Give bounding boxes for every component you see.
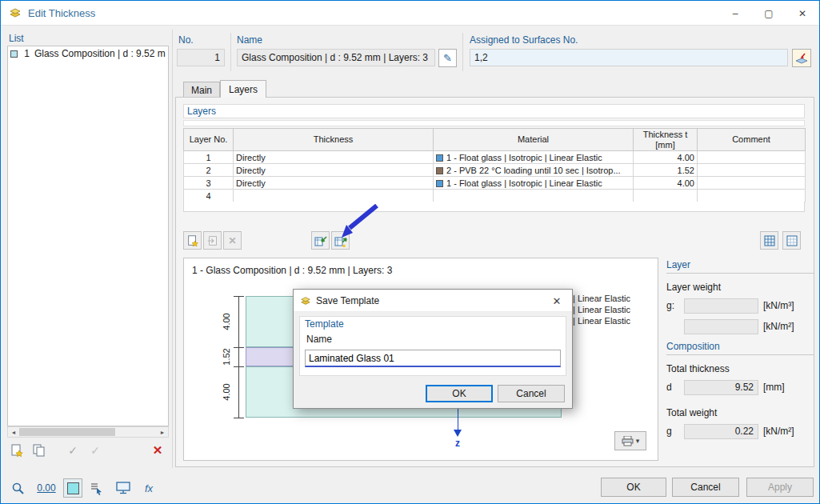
edit-name-button[interactable]: ✎: [438, 49, 457, 67]
row-number: 1: [184, 151, 234, 164]
delete-thickness-button[interactable]: ✕: [148, 441, 167, 460]
print-graphic-button[interactable]: ▾: [614, 431, 646, 450]
comment-cell[interactable]: [698, 177, 806, 190]
assigned-field[interactable]: 1,2: [470, 49, 788, 66]
layer-weight-kn-m3-field: [684, 298, 758, 314]
app-icon: [9, 6, 22, 19]
delete-layer-button: ✕: [223, 231, 242, 250]
comment-cell[interactable]: [698, 164, 806, 177]
assigned-label: Assigned to Surfaces No.: [470, 34, 578, 46]
col-header-comment: Comment: [698, 129, 806, 151]
row-number: 3: [184, 177, 234, 190]
new-layer-button[interactable]: [183, 231, 202, 250]
scroll-left-arrow[interactable]: ◄: [8, 427, 19, 437]
t-cell[interactable]: 4.00: [634, 177, 698, 190]
color-swatch-icon: [67, 482, 79, 494]
thickness-cell[interactable]: Directly: [234, 177, 434, 190]
list-label: List: [9, 33, 24, 44]
material-cell[interactable]: 1 - Float glass | Isotropic | Linear Ela…: [434, 177, 634, 190]
thickness-cell[interactable]: [234, 190, 434, 202]
select-surfaces-button[interactable]: [792, 49, 811, 67]
list-item-label: Glass Composition | d : 9.52 mm: [34, 48, 166, 59]
maximize-button[interactable]: ▢: [752, 1, 786, 26]
name-field[interactable]: Glass Composition | d : 9.52 mm | Layers…: [237, 49, 435, 66]
name-label: Name: [237, 34, 262, 46]
dim-label-top: 4.00: [222, 308, 231, 335]
save-template-dialog: Save Template ✕ Template Name OK Cancel: [293, 289, 573, 409]
modal-app-icon: [300, 295, 311, 306]
monitor-icon: [116, 482, 130, 494]
thickness-list[interactable]: 1 Glass Composition | d : 9.52 mm: [7, 46, 169, 426]
cancel-button[interactable]: Cancel: [672, 478, 739, 497]
thickness-cell[interactable]: Directly: [234, 151, 434, 164]
comment-cell[interactable]: [698, 151, 806, 164]
modal-close-button[interactable]: ✕: [545, 291, 569, 310]
t-cell[interactable]: 4.00: [634, 151, 698, 164]
show-on-screen-button[interactable]: [113, 478, 134, 498]
thickness-cell[interactable]: Directly: [234, 164, 434, 177]
layers-group-title: Layers: [187, 106, 216, 117]
list-item[interactable]: 1 Glass Composition | d : 9.52 mm: [8, 46, 168, 61]
composition-panel-title: Composition: [666, 341, 720, 352]
total-thickness-field: 9.52: [684, 380, 758, 395]
t-cell[interactable]: 1.52: [634, 164, 698, 177]
layer-panel-title: Layer: [666, 259, 690, 270]
copy-thickness-button[interactable]: [30, 441, 49, 460]
select-all-button: ✓: [63, 441, 82, 460]
col-header-t: Thickness t [mm]: [634, 129, 698, 151]
select-surfaces-icon: [795, 52, 808, 65]
minimize-button[interactable]: –: [718, 1, 752, 26]
magnifier-icon: [11, 482, 25, 495]
window-title: Edit Thickness: [28, 7, 95, 19]
template-name-label: Name: [306, 334, 332, 345]
col-header-material: Material: [434, 129, 634, 151]
modal-ok-button[interactable]: OK: [426, 385, 493, 402]
comment-cell[interactable]: [698, 190, 806, 202]
deselect-all-button: ✓: [86, 441, 105, 460]
layer-weight-label: Layer weight: [666, 282, 721, 293]
material-swatch: [436, 167, 443, 174]
dim-label-bottom: 4.00: [222, 378, 231, 406]
decimal-places-button[interactable]: 0.00: [33, 478, 60, 498]
search-button[interactable]: [7, 478, 28, 498]
header-separator-1: [230, 33, 231, 71]
material-cell[interactable]: [434, 190, 634, 202]
formula-button[interactable]: fx: [138, 478, 159, 498]
table-row: 2 Directly 2 - PVB 22 °C loading until 1…: [184, 164, 806, 177]
save-template-button[interactable]: [331, 231, 350, 250]
material-callout: | Linear Elastic: [573, 316, 630, 326]
header-separator-2: [462, 33, 463, 71]
new-thickness-button[interactable]: [7, 441, 26, 460]
import-template-button[interactable]: [311, 231, 330, 250]
no-label: No.: [178, 34, 194, 46]
material-cell[interactable]: 1 - Float glass | Isotropic | Linear Ela…: [434, 151, 634, 164]
list-hscrollbar[interactable]: ◄ ►: [7, 426, 169, 438]
modal-cancel-button[interactable]: Cancel: [498, 385, 565, 402]
scroll-right-arrow[interactable]: ►: [157, 427, 168, 437]
material-swatch: [436, 154, 443, 162]
thickness-color-swatch: [10, 50, 18, 58]
template-name-input[interactable]: [305, 350, 561, 367]
select-objects-button[interactable]: [86, 478, 106, 498]
export-table-button[interactable]: [760, 231, 778, 250]
t-cell[interactable]: [634, 190, 698, 202]
insert-layer-button: [203, 231, 222, 250]
ok-button[interactable]: OK: [601, 478, 666, 497]
print-table-button[interactable]: [782, 231, 801, 250]
dimension-tick: [234, 347, 244, 348]
tab-layers[interactable]: Layers: [220, 80, 266, 98]
printer-icon: [622, 436, 634, 446]
col-header-thickness: Thickness: [234, 129, 434, 151]
color-button[interactable]: [63, 478, 82, 498]
close-button[interactable]: ✕: [786, 1, 819, 26]
table-empty-area: [183, 202, 805, 212]
template-group: Template Name: [299, 316, 566, 376]
apply-button: Apply: [746, 478, 814, 497]
tab-main[interactable]: Main: [183, 82, 220, 98]
modal-titlebar: Save Template ✕: [294, 290, 572, 312]
total-kn-m2-unit: [kN/m²]: [763, 426, 794, 437]
z-axis-arrowhead: [454, 430, 462, 437]
material-callout: | Linear Elastic: [573, 294, 630, 303]
material-cell[interactable]: 2 - PVB 22 °C loading until 10 sec | Iso…: [434, 164, 634, 177]
scroll-thumb[interactable]: [19, 428, 115, 436]
